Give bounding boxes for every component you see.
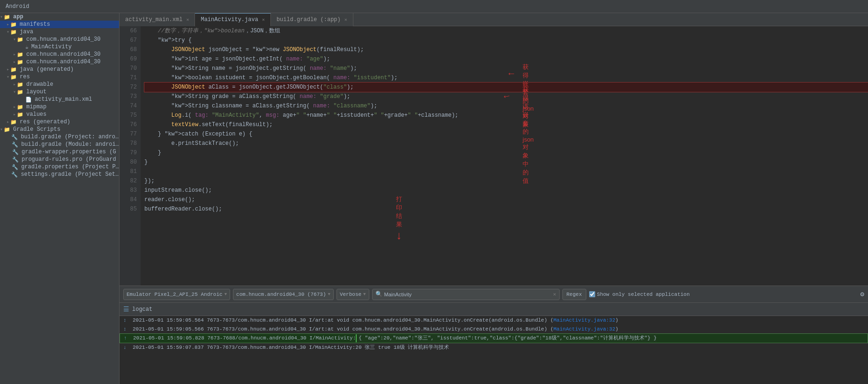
folder-arrow-icon: ▸ xyxy=(13,82,16,87)
code-line: //数字，字符串，"kw">boolean，JSON，数组 xyxy=(144,26,868,36)
code-line xyxy=(144,167,868,176)
show-selected-checkbox[interactable] xyxy=(589,291,595,297)
folder-arrow-icon: ▾ xyxy=(13,89,16,95)
sidebar-item-label: res (generated) xyxy=(20,119,70,125)
log-row-row3: ↑2021-05-01 15:59:05.828 7673-7688/com.h… xyxy=(120,333,868,343)
tab-build_gradle_app[interactable]: build.gradle (:app)✕ xyxy=(271,13,353,26)
search-input[interactable] xyxy=(384,292,551,297)
sidebar-item-gradle_scripts[interactable]: ▾📁Gradle Scripts xyxy=(0,126,119,133)
level-dropdown[interactable]: Verbose ▼ xyxy=(337,289,369,300)
sidebar-item-activity_main_xml[interactable]: 📄activity_main.xml xyxy=(0,96,119,103)
level-label: Verbose xyxy=(340,292,361,297)
sidebar-item-res_gen[interactable]: ▸📁res (generated) xyxy=(0,118,119,126)
sidebar-item-java[interactable]: ▾📁java xyxy=(0,28,119,36)
sidebar-item-build_gradle_proj[interactable]: 🔧build.gradle (Project: android) xyxy=(0,133,119,141)
clear-search-button[interactable]: ✕ xyxy=(553,291,556,297)
sidebar-item-com1[interactable]: ▾📁com.hnucm.android04_30 xyxy=(0,36,119,43)
code-line: "kw">try { xyxy=(144,36,868,45)
code-line: "kw">boolean isstudent = jsonObject.getB… xyxy=(144,73,868,83)
emulator-dropdown[interactable]: Emulator Pixel_2_API_25 Androic ▼ xyxy=(123,289,230,300)
sidebar-item-values[interactable]: ▸📁values xyxy=(0,111,119,118)
sidebar-item-label: values xyxy=(26,111,46,118)
sidebar-item-label: mipmap xyxy=(26,104,46,110)
logcat-toolbar: Emulator Pixel_2_API_25 Androic ▼ com.hn… xyxy=(120,286,868,303)
line-number: 79 xyxy=(120,148,137,158)
sidebar-item-gradle_wrapper[interactable]: 🔧gradle-wrapper.properties (G xyxy=(0,148,119,156)
folder-arrow-icon: ▸ xyxy=(7,22,9,27)
log-row-text: 2021-05-01 15:59:05.564 7673-7673/com.hn… xyxy=(133,316,328,324)
folder-arrow-icon: ▸ xyxy=(7,119,9,125)
sidebar-item-proguard[interactable]: 🔧proguard-rules.pro (ProGuard xyxy=(0,156,119,163)
code-line: "kw">String classname = aClass.getString… xyxy=(144,101,868,111)
line-numbers: 6667686970717273747576777879808182838485 xyxy=(120,26,141,286)
sidebar-item-label: gradle-wrapper.properties (G xyxy=(22,149,116,155)
sidebar-item-app[interactable]: ▾📁app xyxy=(0,13,119,21)
logcat-icon: ☰ xyxy=(123,305,129,313)
logcat-title-text: logcat xyxy=(132,306,152,313)
sidebar-item-com2[interactable]: ▸📁com.hnucm.android04_30 xyxy=(0,51,119,58)
sidebar-item-label: java (generated) xyxy=(20,66,74,73)
sidebar-item-build_gradle_mod[interactable]: 🔧build.gradle (Module: android) xyxy=(0,141,119,148)
tab-close-button[interactable]: ✕ xyxy=(344,17,347,23)
tab-mainactivity_java[interactable]: MainActivity.java✕ xyxy=(195,13,270,26)
code-line: bufferedReader.close(); xyxy=(144,204,868,214)
folder-arrow-icon: ▾ xyxy=(7,29,9,35)
line-number: 77 xyxy=(120,129,137,139)
line-number: 74 xyxy=(120,101,137,111)
tab-activity_main_xml[interactable]: activity_main.xml✕ xyxy=(120,13,195,26)
sidebar-item-drawable[interactable]: ▸📁drawable xyxy=(0,81,119,88)
tab-close-button[interactable]: ✕ xyxy=(186,17,189,23)
code-content[interactable]: //数字，字符串，"kw">boolean，JSON，数组 "kw">try {… xyxy=(141,26,868,286)
sidebar-item-java_gen[interactable]: ▸📁java (generated) xyxy=(0,66,119,73)
folder-icon: 📁 xyxy=(10,67,17,73)
code-line: JSONObject aClass = jsonObject.getJSONOb… xyxy=(144,83,868,92)
main-layout: Android ▾📁app▸📁manifests▾📁java▾📁com.hnuc… xyxy=(0,0,868,384)
log-row-text: 2021-05-01 15:59:05.566 7673-7673/com.hn… xyxy=(133,325,328,333)
logcat-settings-button[interactable]: ⚙ xyxy=(861,290,864,298)
line-number: 82 xyxy=(120,176,137,186)
sidebar-item-settings_gradle[interactable]: 🔧settings.gradle (Project Settin xyxy=(0,171,119,178)
line-number: 72 xyxy=(120,83,137,92)
sidebar-item-manifests[interactable]: ▸📁manifests xyxy=(0,21,119,28)
log-row-link[interactable]: MainActivity.java:32 xyxy=(554,325,615,333)
folder-icon: 📁 xyxy=(10,74,17,80)
code-editor[interactable]: 6667686970717273747576777879808182838485… xyxy=(120,26,868,286)
logcat-panel: Emulator Pixel_2_API_25 Androic ▼ com.hn… xyxy=(120,286,868,384)
sidebar-item-label: settings.gradle (Project Settin xyxy=(21,171,119,178)
regex-button[interactable]: Regex xyxy=(562,289,586,300)
sidebar-item-com3[interactable]: ▸📁com.hnucm.android04_30 xyxy=(0,58,119,66)
tab-close-button[interactable]: ✕ xyxy=(262,17,265,23)
folder-icon: 📁 xyxy=(10,22,17,28)
sidebar-item-mainactivity[interactable]: ☕MainActivity xyxy=(0,43,119,51)
sidebar-item-label: Gradle Scripts xyxy=(13,126,60,133)
folder-arrow-icon: ▾ xyxy=(0,127,3,132)
sidebar-item-label: java xyxy=(20,29,33,35)
folder-arrow-icon: ▸ xyxy=(13,59,16,65)
code-line: "kw">int age = jsonObject.getInt( name: … xyxy=(144,54,868,64)
log-row-icon: ↕ xyxy=(123,325,131,333)
log-row-link[interactable]: MainActivity.java:32 xyxy=(554,316,615,324)
search-wrap: 🔍 ✕ xyxy=(372,289,560,300)
code-line: } xyxy=(144,158,868,167)
package-label: com.hnucm.android04_30 (7673) xyxy=(236,292,326,297)
sidebar-item-gradle_props[interactable]: 🔧gradle.properties (Project Pro xyxy=(0,163,119,171)
folder-arrow-icon: ▸ xyxy=(13,52,16,57)
log-row-icon: ↑ xyxy=(124,334,131,342)
sidebar-item-res[interactable]: ▾📁res xyxy=(0,73,119,81)
folder-icon: 📁 xyxy=(17,59,23,65)
sidebar-item-label: proguard-rules.pro (ProGuard xyxy=(22,156,116,163)
log-row-text: 2021-05-01 15:59:07.837 7673-7673/com.hn… xyxy=(133,344,355,352)
sidebar-item-mipmap[interactable]: ▸📁mipmap xyxy=(0,103,119,111)
tab-label: build.gradle (:app) xyxy=(277,16,341,23)
folder-arrow-icon: ▸ xyxy=(13,112,16,117)
logcat-content[interactable]: ↕2021-05-01 15:59:05.564 7673-7673/com.h… xyxy=(120,316,868,384)
sidebar-item-layout[interactable]: ▾📁layout xyxy=(0,88,119,96)
emulator-arrow-icon: ▼ xyxy=(224,292,227,297)
package-dropdown[interactable]: com.hnucm.android04_30 (7673) ▼ xyxy=(233,289,334,300)
java-file-icon: ☕ xyxy=(25,44,29,50)
sidebar: ▾📁app▸📁manifests▾📁java▾📁com.hnucm.androi… xyxy=(0,13,120,384)
folder-icon: 📁 xyxy=(17,37,23,43)
top-bar: Android xyxy=(0,0,868,13)
log-row-text: 2021-05-01 15:59:05.828 7673-7688/com.hn… xyxy=(133,334,356,342)
tab-label: MainActivity.java xyxy=(201,16,258,23)
